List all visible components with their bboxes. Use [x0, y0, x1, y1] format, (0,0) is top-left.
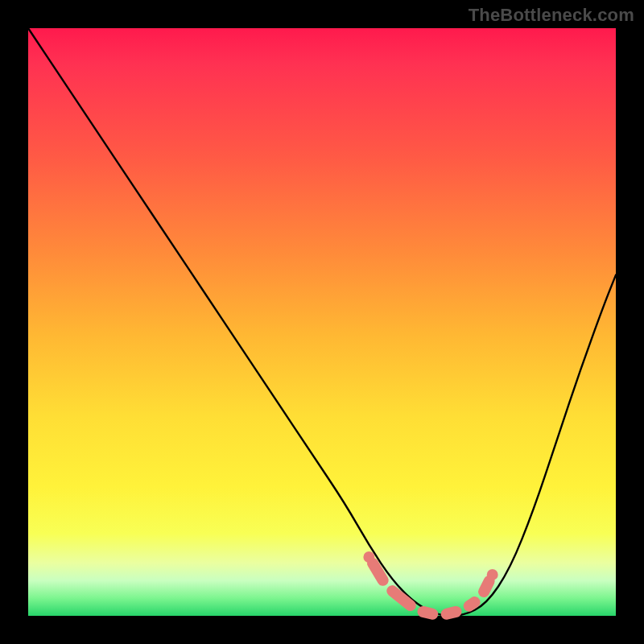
chart-frame: TheBottleneck.com — [0, 0, 644, 644]
watermark-text: TheBottleneck.com — [469, 5, 634, 26]
plot-area — [28, 28, 616, 616]
